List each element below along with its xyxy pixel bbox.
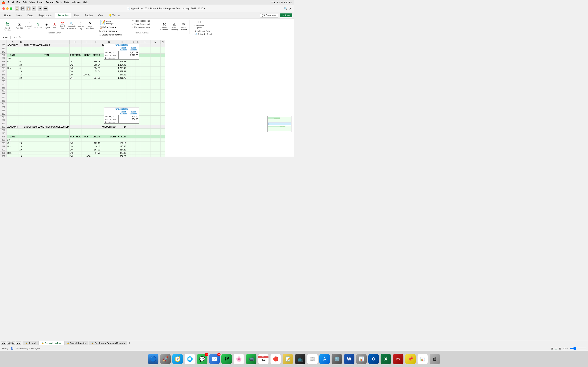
cell-289-l[interactable]: [140, 112, 150, 116]
cell-284-l[interactable]: [140, 96, 150, 99]
cell-271-m[interactable]: [150, 54, 160, 57]
cell-297-l[interactable]: [140, 138, 150, 142]
cell-293-j[interactable]: [131, 125, 136, 129]
cell-298-m[interactable]: [150, 142, 160, 145]
cell-275-m[interactable]: [150, 67, 160, 70]
cell-284-d[interactable]: [69, 96, 81, 99]
cell-292-l[interactable]: [140, 122, 150, 125]
cell-268-c[interactable]: EMPLOYEES OIT PAYABLE: [23, 44, 69, 47]
cell-272-d[interactable]: [69, 57, 81, 60]
cell-281-c[interactable]: [23, 86, 69, 90]
cell-281-l[interactable]: [140, 86, 150, 90]
col-header-f[interactable]: F: [91, 40, 101, 44]
cell-276-m[interactable]: [150, 70, 160, 73]
cell-279-f[interactable]: [91, 80, 101, 83]
cell-291-n[interactable]: [160, 119, 165, 122]
cancel-formula-icon[interactable]: ✕: [13, 36, 15, 39]
cell-296-i[interactable]: [127, 135, 131, 138]
cell-290-e[interactable]: [81, 116, 91, 119]
cell-291-a[interactable]: [7, 119, 19, 122]
cell-298-k[interactable]: [136, 142, 140, 145]
cell-274-b[interactable]: 23: [19, 63, 23, 67]
cell-301-d[interactable]: J45: [69, 151, 81, 155]
cell-281-e[interactable]: [81, 86, 91, 90]
cell-278-n[interactable]: [160, 76, 165, 80]
more-button[interactable]: •••: [43, 6, 48, 11]
cell-282-g[interactable]: [101, 90, 117, 93]
checkpoint2-row3-debit[interactable]: [119, 121, 129, 124]
cell-268-b[interactable]: [19, 44, 23, 47]
cell-285-i[interactable]: [127, 99, 131, 103]
cell-297-f[interactable]: [91, 138, 101, 142]
cell-275-d[interactable]: J43: [69, 67, 81, 70]
cell-291-e[interactable]: [81, 119, 91, 122]
cell-283-e[interactable]: [81, 93, 91, 96]
insert-function-button[interactable]: fx InsertFunction: [3, 22, 12, 32]
cell-275-h[interactable]: 1,799.47: [117, 67, 127, 70]
menu-help[interactable]: Help: [83, 1, 88, 4]
cell-294-e[interactable]: [81, 129, 91, 132]
cell-275-e[interactable]: [81, 67, 91, 70]
cell-268-l[interactable]: [140, 44, 150, 47]
cell-301-g[interactable]: [101, 151, 117, 155]
tab-review[interactable]: Review: [82, 13, 95, 18]
cell-274-k[interactable]: [136, 63, 140, 67]
cell-285-k[interactable]: [136, 99, 140, 103]
text-button[interactable]: A Text: [51, 22, 58, 29]
cell-295-n[interactable]: [160, 132, 165, 135]
cell-289-b[interactable]: [19, 112, 23, 116]
col-header-c[interactable]: C: [23, 40, 69, 44]
cell-297-i[interactable]: [127, 138, 131, 142]
menu-tools[interactable]: Tools: [56, 1, 62, 4]
cell-299-n[interactable]: [160, 145, 165, 148]
comments-button[interactable]: 💬 Comments: [260, 13, 278, 17]
cell-294-n[interactable]: [160, 129, 165, 132]
cell-271-f[interactable]: CREDIT: [91, 54, 101, 57]
cell-301-f[interactable]: 14.70: [91, 151, 101, 155]
cell-271-a[interactable]: DATE: [7, 54, 19, 57]
cell-284-g[interactable]: [101, 96, 117, 99]
cell-295-m[interactable]: [150, 132, 160, 135]
cell-278-j[interactable]: [131, 76, 136, 80]
cell-285-m[interactable]: [150, 99, 160, 103]
cell-295-g[interactable]: [101, 132, 117, 135]
cell-297-h[interactable]: [117, 138, 127, 142]
cell-274-a[interactable]: [7, 63, 19, 67]
cell-285-f[interactable]: [91, 99, 101, 103]
checkpoint2-row2-credit[interactable]: 364.20: [129, 118, 139, 121]
cell-281-h[interactable]: [117, 86, 127, 90]
cell-296-b[interactable]: [19, 135, 23, 138]
cell-284-k[interactable]: [136, 96, 140, 99]
define-name-button[interactable]: 📋 Define Name ▾: [99, 26, 117, 29]
cell-281-j[interactable]: [131, 86, 136, 90]
cell-277-e[interactable]: 1,204.92: [81, 73, 91, 76]
cell-286-a[interactable]: [7, 103, 19, 106]
checkpoint1-row3-debit[interactable]: [119, 57, 129, 59]
cell-280-a[interactable]: [7, 83, 19, 86]
calculate-now-button[interactable]: ⚙ Calculate Now: [194, 30, 210, 33]
cell-297-b[interactable]: [19, 138, 23, 142]
cell-269-c[interactable]: [23, 47, 69, 50]
cell-301-h[interactable]: 378.90: [117, 151, 127, 155]
cell-279-e[interactable]: [81, 80, 91, 83]
cell-271-c[interactable]: ITEM: [23, 54, 69, 57]
cell-289-f[interactable]: [91, 112, 101, 116]
cell-268-e[interactable]: [81, 44, 91, 47]
cell-293-d[interactable]: [69, 125, 81, 129]
col-header-d[interactable]: D: [69, 40, 81, 44]
cell-301-j[interactable]: [131, 151, 136, 155]
cell-273-l[interactable]: [140, 60, 150, 63]
cell-285-c[interactable]: [23, 99, 69, 103]
cell-291-c[interactable]: [23, 119, 69, 122]
cell-286-h[interactable]: [117, 103, 127, 106]
cell-280-m[interactable]: [150, 83, 160, 86]
cell-279-n[interactable]: [160, 80, 165, 83]
cell-300-l[interactable]: [140, 148, 150, 151]
cell-278-c[interactable]: [23, 76, 69, 80]
cell-291-f[interactable]: [91, 119, 101, 122]
home-button[interactable]: 🏠: [15, 6, 19, 11]
cell-292-n[interactable]: [160, 122, 165, 125]
cell-280-n[interactable]: [160, 83, 165, 86]
cell-276-h[interactable]: 1,879.31: [117, 70, 127, 73]
cell-274-m[interactable]: [150, 63, 160, 67]
